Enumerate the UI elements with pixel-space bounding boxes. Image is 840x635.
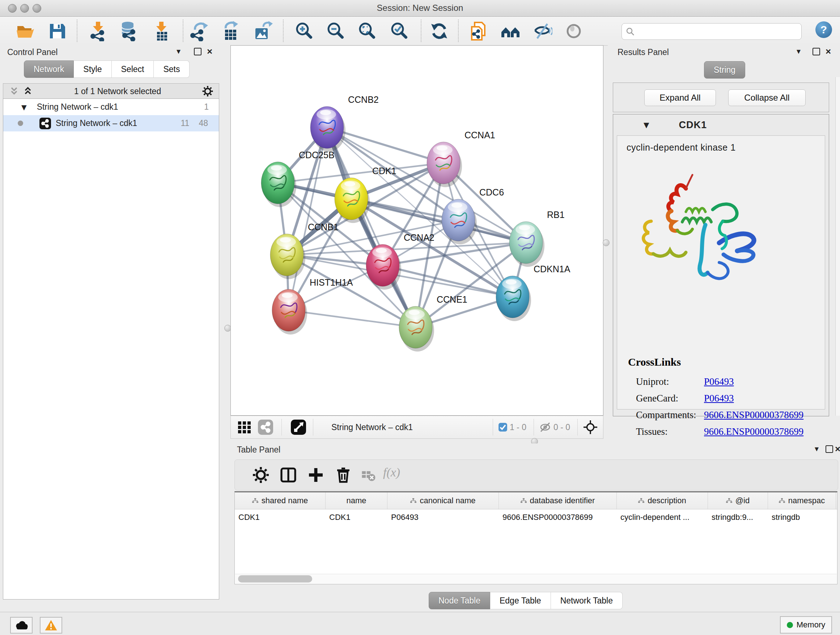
node-CCNB2[interactable] <box>310 106 346 152</box>
open-session-icon[interactable] <box>15 21 35 41</box>
node-CCNA2[interactable] <box>366 244 401 290</box>
cell--id[interactable]: stringdb:9... <box>708 509 768 525</box>
column-header-database-identifier[interactable]: database identifier <box>499 492 617 509</box>
table-hscrollbar-thumb[interactable] <box>238 575 312 583</box>
tab-network-table[interactable]: Network Table <box>551 592 622 609</box>
crosslink-tissues[interactable]: 9606.ENSP00000378699 <box>704 426 804 437</box>
import-network-from-database-icon[interactable] <box>118 21 139 41</box>
crosslink-uniprot[interactable]: P06493 <box>704 376 734 387</box>
navigator-crosshair-icon[interactable] <box>583 420 598 435</box>
memory-button[interactable]: Memory <box>780 616 832 633</box>
birds-eye-view-icon[interactable] <box>291 419 306 435</box>
show-hide-panels-icon[interactable] <box>500 21 521 41</box>
crosslink-compartments[interactable]: 9606.ENSP00000378699 <box>704 409 804 421</box>
network-collection-row[interactable]: ▼ String Network – cdk1 1 <box>3 99 219 115</box>
column-header-namespac[interactable]: namespac <box>768 492 836 509</box>
column-header-canonical-name[interactable]: canonical name <box>387 492 499 509</box>
tab-sets[interactable]: Sets <box>154 60 189 78</box>
control-panel-close-icon[interactable]: × <box>207 46 212 57</box>
cell-database-identifier[interactable]: 9606.ENSP00000378699 <box>499 509 617 525</box>
collection-expand-arrow-icon[interactable]: ▼ <box>21 103 27 111</box>
node-CDKN1A[interactable] <box>496 276 531 321</box>
crosslink-genecard[interactable]: P06493 <box>704 393 734 404</box>
table-settings-gear-icon[interactable] <box>252 466 270 484</box>
tab-style[interactable]: Style <box>74 60 111 78</box>
network-graph[interactable]: CCNB2CCNA1CDC25BCDK1CDC6RB1CCNB1CCNA2CDK… <box>231 46 603 415</box>
edge-HIST1H1A-CCNE1[interactable] <box>289 310 416 327</box>
search-input[interactable] <box>638 25 798 38</box>
collapse-all-chevrons-icon[interactable] <box>9 87 19 96</box>
refresh-view-icon[interactable] <box>429 21 449 41</box>
warnings-button[interactable] <box>40 617 62 633</box>
zoom-in-icon[interactable] <box>294 21 314 41</box>
column-header-shared-name[interactable]: shared name <box>235 492 325 509</box>
hide-selected-eye-slash-icon[interactable] <box>532 21 553 41</box>
new-network-from-selection-icon[interactable] <box>469 21 489 41</box>
table-panel-close-icon[interactable]: × <box>835 443 840 455</box>
collapse-all-button[interactable]: Collapse All <box>728 89 806 106</box>
expand-all-chevrons-icon[interactable] <box>23 87 33 96</box>
node-label-CDC25B: CDC25B <box>299 150 335 160</box>
network-view-share-icon[interactable] <box>257 419 273 435</box>
tab-node-table[interactable]: Node Table <box>429 592 490 609</box>
import-network-from-file-icon[interactable] <box>88 21 108 41</box>
cell-description[interactable]: cyclin-dependent ... <box>617 509 708 525</box>
add-column-icon[interactable] <box>307 466 325 484</box>
zoom-selected-icon[interactable] <box>389 21 409 41</box>
grid-view-icon[interactable] <box>237 420 252 434</box>
panel-divider-vertical[interactable] <box>224 45 231 439</box>
node-HIST1H1A[interactable] <box>272 289 307 334</box>
export-table-icon[interactable] <box>221 21 241 41</box>
panel-divider-horizontal[interactable] <box>224 439 840 443</box>
control-panel-menu-icon[interactable]: ▾ <box>177 47 180 56</box>
cell-namespac[interactable]: stringdb <box>768 509 836 525</box>
gene-section-header[interactable]: ▼ CDK1 <box>613 114 829 135</box>
cell-shared-name[interactable]: CDK1 <box>235 509 325 525</box>
search-field[interactable] <box>622 23 802 40</box>
control-panel-float-icon[interactable] <box>194 48 202 57</box>
column-header-description[interactable]: description <box>617 492 708 509</box>
node-CDK1[interactable] <box>335 178 370 223</box>
export-image-icon[interactable] <box>253 21 273 41</box>
function-builder-icon[interactable]: f(x) <box>383 466 400 479</box>
network-row[interactable]: String Network – cdk1 11 48 <box>3 115 219 131</box>
show-columns-icon[interactable] <box>279 466 297 484</box>
selected-checkbox-icon[interactable] <box>498 423 508 432</box>
results-panel-menu-icon[interactable]: ▾ <box>797 47 801 56</box>
zoom-fit-content-icon[interactable] <box>357 21 377 41</box>
tab-select[interactable]: Select <box>112 60 154 78</box>
table-row[interactable]: CDK1CDK1P064939606.ENSP00000378699cyclin… <box>235 509 837 525</box>
expand-all-button[interactable]: Expand All <box>644 89 716 106</box>
cell-name[interactable]: CDK1 <box>325 509 387 525</box>
gear-icon[interactable] <box>202 86 213 97</box>
import-table-from-file-icon[interactable] <box>151 21 172 41</box>
network-canvas[interactable]: CCNB2CCNA1CDC25BCDK1CDC6RB1CCNB1CCNA2CDK… <box>231 45 603 416</box>
node-CCNE1[interactable] <box>399 306 434 352</box>
node-RB1[interactable] <box>509 222 545 267</box>
column-header--id[interactable]: @id <box>708 492 768 509</box>
tab-edge-table[interactable]: Edge Table <box>490 592 551 609</box>
zoom-out-icon[interactable] <box>325 21 346 41</box>
results-panel-float-icon[interactable] <box>813 48 820 57</box>
show-graphics-details-icon[interactable] <box>564 21 584 41</box>
control-panel-title: Control Panel <box>7 48 57 57</box>
gene-description: cyclin-dependent kinase 1 <box>627 142 736 153</box>
table-panel-menu-icon[interactable]: ▾ <box>815 444 819 453</box>
table-panel-float-icon[interactable] <box>826 445 833 455</box>
tab-network[interactable]: Network <box>24 60 74 78</box>
cloud-status-button[interactable] <box>10 617 33 633</box>
tab-string[interactable]: String <box>704 61 745 79</box>
cell-canonical-name[interactable]: P06493 <box>387 509 499 525</box>
save-session-icon[interactable] <box>47 21 67 41</box>
hidden-eye-slash-icon[interactable] <box>539 422 551 432</box>
export-network-icon[interactable] <box>188 21 209 41</box>
help-button[interactable]: ? <box>815 21 832 38</box>
delete-table-icon[interactable] <box>361 466 376 484</box>
divider-knob[interactable] <box>603 239 609 246</box>
table-hscrollbar[interactable] <box>235 574 837 584</box>
column-header-name[interactable]: name <box>325 492 387 509</box>
delete-column-trash-icon[interactable] <box>335 466 352 484</box>
section-collapse-arrow-icon[interactable]: ▼ <box>644 120 649 129</box>
results-panel-close-icon[interactable]: × <box>826 46 831 57</box>
results-scrollbar[interactable] <box>835 77 840 416</box>
